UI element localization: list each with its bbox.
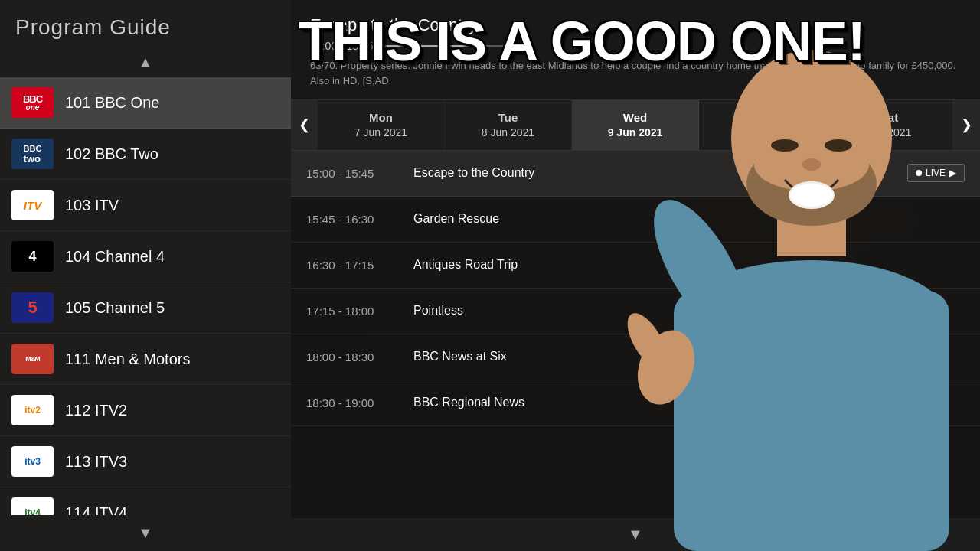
channel-name-itv3: 113 ITV3 (65, 453, 127, 471)
channel-list: BBC one 101 BBC One BBCtwo 102 BBC Two I… (0, 77, 291, 515)
program-title: Escape to the Country (310, 15, 961, 35)
time-progress-bar (381, 45, 534, 47)
schedule-time-3: 17:15 - 18:00 (306, 305, 413, 318)
schedule-time-0: 15:00 - 15:45 (306, 167, 413, 180)
channel-logo-ch5: 5 (11, 292, 54, 323)
schedule-time-1: 15:45 - 16:30 (306, 213, 413, 226)
time-progress-fill (381, 45, 473, 47)
channel-logo-itv3: itv3 (11, 446, 54, 477)
channel-logo-itv2: itv2 (11, 395, 54, 425)
date-tab-sat[interactable]: Sat Jun 2021 (826, 100, 953, 150)
channel-name-ch5: 105 Channel 5 (65, 299, 165, 317)
day-thu: Thu (703, 109, 822, 126)
channel-logo-itv: ITV (11, 190, 54, 220)
channel-logo-itv4: itv4 (11, 497, 54, 515)
schedule-item-0[interactable]: 15:00 - 15:45 Escape to the Country LIVE… (291, 151, 980, 197)
day-mon: Mon (322, 109, 440, 126)
schedule-nav-down[interactable]: ▼ (291, 518, 980, 551)
channel-name-bbc2: 102 BBC Two (65, 145, 158, 163)
schedule-time-2: 16:30 - 17:15 (306, 259, 413, 272)
live-play-icon: ▶ (949, 168, 956, 178)
schedule-show-0: Escape to the Country (413, 166, 907, 180)
schedule-show-5: BBC Regional News (413, 396, 965, 409)
program-info: Escape to the Country 15:00 - 15:45 63/7… (291, 0, 980, 100)
schedule-item-1[interactable]: 15:45 - 16:30 Garden Rescue (291, 197, 980, 243)
channel-item-itv2[interactable]: itv2 112 ITV2 (0, 385, 291, 436)
schedule-time-4: 18:00 - 18:30 (306, 350, 413, 364)
schedule-list: 15:00 - 15:45 Escape to the Country LIVE… (291, 151, 980, 518)
date-mon: 7 Jun 2021 (322, 126, 440, 141)
date-navigation: ❮ Mon 7 Jun 2021 Tue 8 Jun 2021 Wed 9 Ju… (291, 100, 980, 151)
schedule-item-3[interactable]: 17:15 - 18:00 Pointless (291, 289, 980, 334)
channel-item-itv[interactable]: ITV 103 ITV (0, 180, 291, 231)
schedule-show-1: Garden Rescue (413, 212, 965, 226)
schedule-show-3: Pointless (413, 304, 965, 318)
date-wed: 9 Jun 2021 (576, 126, 694, 141)
channel-name-bbc1: 101 BBC One (65, 94, 159, 112)
date-tab-thu[interactable]: Thu 10 Jun (699, 100, 826, 150)
schedule-show-4: BBC News at Six (413, 350, 965, 364)
channel-nav-down[interactable]: ▼ (0, 515, 291, 551)
schedule-show-2: Antiques Road Trip (413, 258, 965, 272)
channel-logo-bbc1: BBC one (11, 87, 54, 118)
channel-item-mm[interactable]: M&M 111 Men & Motors (0, 334, 291, 385)
channel-item-bbc2[interactable]: BBCtwo 102 BBC Two (0, 129, 291, 180)
date-tue: 8 Jun 2021 (449, 126, 567, 141)
date-nav-right[interactable]: ❯ (953, 100, 980, 150)
schedule-item-5[interactable]: 18:30 - 19:00 BBC Regional News (291, 380, 980, 426)
date-tab-wed[interactable]: Wed 9 Jun 2021 (572, 100, 699, 150)
channel-name-itv2: 112 ITV2 (65, 402, 127, 419)
date-thu: 10 Jun (703, 126, 822, 141)
day-wed: Wed (576, 109, 694, 126)
channel-item-ch5[interactable]: 5 105 Channel 5 (0, 282, 291, 334)
channel-name-ch4: 104 Channel 4 (65, 248, 165, 266)
live-label: LIVE (926, 168, 946, 178)
channel-item-bbc1[interactable]: BBC one 101 BBC One (0, 77, 291, 129)
live-badge-0: LIVE ▶ (907, 164, 965, 182)
program-guide-sidebar: Program Guide ▲ BBC one 101 BBC One BBCt… (0, 0, 291, 551)
date-tabs: Mon 7 Jun 2021 Tue 8 Jun 2021 Wed 9 Jun … (318, 100, 953, 150)
channel-logo-ch4: 4 (11, 241, 54, 272)
program-time: 15:00 - 15:45 (310, 40, 961, 52)
schedule-item-2[interactable]: 16:30 - 17:15 Antiques Road Trip (291, 243, 980, 289)
date-nav-left[interactable]: ❮ (291, 100, 318, 150)
channel-name-itv: 103 ITV (65, 197, 119, 214)
date-sat: Jun 2021 (830, 126, 949, 141)
day-tue: Tue (449, 109, 567, 126)
program-description: 63/70. Property series. Jonnie Irwin hea… (310, 58, 961, 88)
schedule-time-5: 18:30 - 19:00 (306, 396, 413, 409)
schedule-item-4[interactable]: 18:00 - 18:30 BBC News at Six (291, 334, 980, 380)
channel-item-itv3[interactable]: itv3 113 ITV3 (0, 436, 291, 487)
channel-name-itv4: 114 ITV4 (65, 504, 127, 516)
channel-item-ch4[interactable]: 4 104 Channel 4 (0, 231, 291, 282)
date-tab-tue[interactable]: Tue 8 Jun 2021 (445, 100, 572, 150)
epg-area: Escape to the Country 15:00 - 15:45 63/7… (291, 0, 980, 551)
date-tab-mon[interactable]: Mon 7 Jun 2021 (318, 100, 445, 150)
channel-logo-mm: M&M (11, 344, 54, 374)
channel-name-mm: 111 Men & Motors (65, 350, 190, 368)
guide-title: Program Guide (0, 0, 291, 47)
channel-nav-up[interactable]: ▲ (0, 47, 291, 77)
live-dot-icon (916, 170, 922, 176)
channel-item-itv4[interactable]: itv4 114 ITV4 (0, 487, 291, 515)
day-sat: Sat (830, 109, 949, 126)
channel-logo-bbc2: BBCtwo (11, 139, 54, 169)
